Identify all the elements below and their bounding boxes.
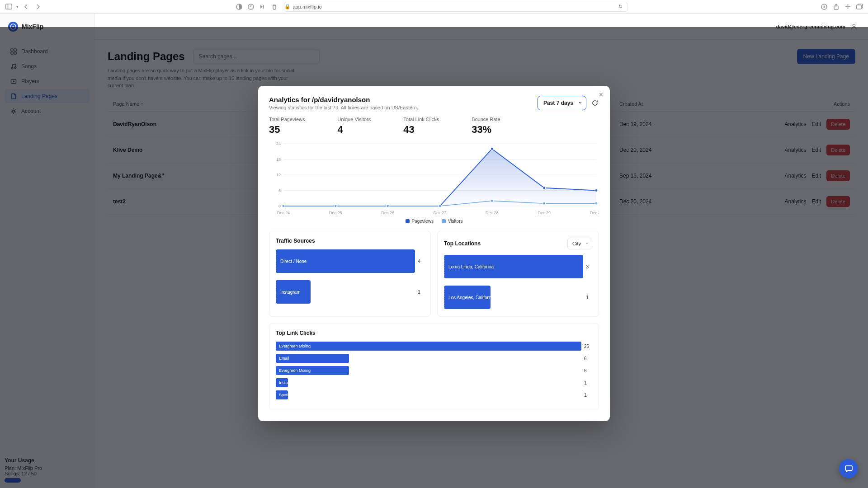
- locations-title: Top Locations: [444, 240, 481, 247]
- close-icon[interactable]: ✕: [599, 91, 604, 98]
- bar: Spotify: [276, 390, 288, 399]
- stat-value: 4: [338, 124, 371, 136]
- cup-icon[interactable]: [270, 3, 278, 11]
- stats-row: Total Pageviews35Unique Visitors4Total L…: [269, 117, 599, 136]
- top-locations-panel: Top Locations City Loma Linda, Californi…: [437, 231, 599, 317]
- forward-icon[interactable]: [34, 3, 42, 11]
- back-icon[interactable]: [22, 3, 30, 11]
- bar: Direct / None: [276, 249, 415, 273]
- locations-scope-select[interactable]: City: [567, 238, 592, 249]
- modal-overlay[interactable]: ✕ Analytics for /p/davidryanolson Viewin…: [0, 27, 868, 488]
- shield-icon[interactable]: [247, 3, 255, 11]
- bar-row: Instagram1: [276, 378, 592, 387]
- browser-chrome: ▾ 🔒 app.mixflip.io ↻: [0, 0, 868, 14]
- stat-value: 43: [403, 124, 439, 136]
- svg-rect-0: [5, 4, 11, 9]
- legend-swatch-pageviews: [406, 219, 410, 223]
- modal-title: Analytics for /p/davidryanolson: [269, 96, 418, 103]
- bar: Email: [276, 354, 349, 363]
- bar-row: Evergreen Mixing6: [276, 366, 592, 375]
- svg-text:Dec 26: Dec 26: [381, 211, 394, 215]
- bar-row: Los Angeles, California1: [444, 286, 592, 309]
- refresh-icon[interactable]: [591, 99, 599, 107]
- svg-text:Dec 27: Dec 27: [434, 211, 447, 215]
- analytics-modal: ✕ Analytics for /p/davidryanolson Viewin…: [258, 86, 610, 421]
- stat-label: Bounce Rate: [472, 117, 500, 122]
- svg-text:Dec 29: Dec 29: [538, 211, 551, 215]
- skip-icon[interactable]: [259, 3, 267, 11]
- bar: Los Angeles, California: [444, 286, 491, 309]
- svg-point-48: [282, 205, 285, 207]
- url-text: app.mixflip.io: [293, 4, 322, 9]
- bar: Evergreen Mixing: [276, 342, 581, 351]
- clicks-title: Top Link Clicks: [276, 330, 316, 336]
- app-root: MixFlip DashboardSongsPlayersLanding Pag…: [0, 14, 868, 488]
- svg-rect-12: [856, 5, 861, 9]
- stat: Total Link Clicks43: [403, 117, 439, 136]
- bar-value: 25: [584, 344, 592, 349]
- bar: Loma Linda, California: [444, 255, 583, 278]
- range-select[interactable]: Past 7 days: [538, 96, 586, 110]
- bar: Instagram: [276, 378, 288, 387]
- stat: Bounce Rate33%: [472, 117, 500, 136]
- svg-point-51: [439, 205, 441, 207]
- svg-point-47: [595, 189, 598, 192]
- contrast-icon[interactable]: [235, 3, 243, 11]
- legend-swatch-visitors: [442, 219, 446, 223]
- svg-text:Dec 24: Dec 24: [277, 211, 290, 215]
- bar-row: Direct / None4: [276, 249, 424, 273]
- timeseries-chart: 06121824Dec 24Dec 25Dec 26Dec 27Dec 28De…: [269, 140, 599, 217]
- bar-value: 6: [584, 368, 592, 373]
- chat-fab[interactable]: [839, 459, 858, 478]
- chevron-down-icon[interactable]: ▾: [16, 5, 19, 9]
- lock-icon: 🔒: [284, 4, 291, 9]
- traffic-sources-panel: Traffic Sources Direct / None4Instagram1: [269, 231, 431, 317]
- new-tab-icon[interactable]: [844, 3, 852, 11]
- legend-label-pageviews: Pageviews: [412, 219, 434, 224]
- bar-row: Email6: [276, 354, 592, 363]
- bar-value: 1: [586, 295, 592, 300]
- svg-text:18: 18: [276, 157, 281, 162]
- download-icon[interactable]: [820, 3, 828, 11]
- svg-point-23: [853, 24, 855, 26]
- bar-value: 4: [418, 258, 424, 264]
- chart-legend: Pageviews Visitors: [269, 219, 599, 224]
- svg-point-49: [334, 205, 337, 207]
- stat-value: 33%: [472, 124, 500, 136]
- bar-value: 1: [584, 380, 592, 385]
- legend-label-visitors: Visitors: [448, 219, 463, 224]
- bar-value: 1: [584, 393, 592, 398]
- tabs-icon[interactable]: [855, 3, 863, 11]
- url-bar[interactable]: 🔒 app.mixflip.io ↻: [284, 2, 627, 12]
- svg-text:Dec 28: Dec 28: [486, 211, 499, 215]
- stat-label: Total Pageviews: [269, 117, 305, 122]
- bar: Instagram: [276, 280, 311, 304]
- traffic-title: Traffic Sources: [276, 238, 315, 244]
- svg-text:Dec 25: Dec 25: [329, 211, 342, 215]
- stat-label: Total Link Clicks: [403, 117, 439, 122]
- reload-icon[interactable]: ↻: [618, 4, 627, 9]
- svg-point-45: [491, 148, 493, 150]
- svg-text:6: 6: [278, 188, 281, 193]
- svg-text:24: 24: [276, 141, 281, 146]
- bar-row: Spotify1: [276, 390, 592, 399]
- stat: Unique Visitors4: [338, 117, 371, 136]
- share-icon[interactable]: [832, 3, 840, 11]
- stat-label: Unique Visitors: [338, 117, 371, 122]
- bar-row: Instagram1: [276, 280, 424, 304]
- svg-point-54: [595, 202, 598, 205]
- bar-row: Evergreen Mixing25: [276, 342, 592, 351]
- svg-text:12: 12: [276, 173, 281, 177]
- svg-point-50: [387, 205, 389, 207]
- svg-point-46: [543, 187, 546, 189]
- svg-text:0: 0: [278, 204, 281, 208]
- bar-row: Loma Linda, California3: [444, 255, 592, 278]
- bar-value: 6: [584, 356, 592, 361]
- modal-subtitle: Viewing statistics for the last 7d. All …: [269, 105, 418, 110]
- sidebar-toggle-icon[interactable]: [5, 3, 13, 11]
- bar: Evergreen Mixing: [276, 366, 349, 375]
- svg-point-52: [491, 200, 493, 202]
- svg-text:Dec 30: Dec 30: [590, 211, 599, 215]
- stat: Total Pageviews35: [269, 117, 305, 136]
- stat-value: 35: [269, 124, 305, 136]
